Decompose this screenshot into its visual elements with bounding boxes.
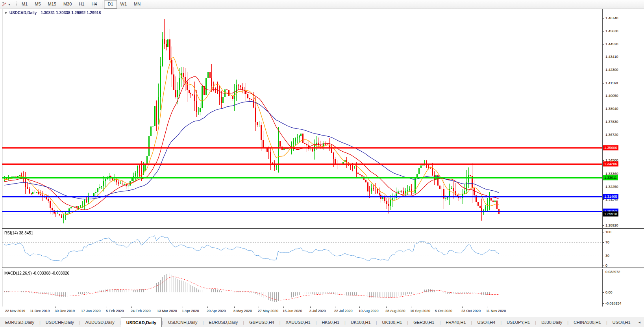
date-label: 22 Jul 2020 — [334, 309, 353, 313]
price-tick — [603, 135, 604, 135]
price-tick — [603, 18, 604, 19]
price-axis[interactable]: 1.467401.456301.445201.434101.423001.411… — [603, 9, 644, 228]
crosshair-line-tool-icon[interactable] — [0, 1, 8, 8]
price-tick — [603, 31, 604, 32]
chart-tab-xauusd-h1[interactable]: XAUUSD,H1 — [281, 317, 316, 327]
price-tick — [603, 83, 604, 84]
price-line-badge: 1.31405 — [603, 194, 618, 199]
price-tick — [603, 174, 604, 174]
chart-tab-usdjpy-h1[interactable]: USDJPY,H1 — [502, 317, 535, 327]
timeframe-button-m5[interactable]: M5 — [31, 0, 44, 9]
date-axis[interactable]: 22 Nov 201911 Dec 201930 Dec 201917 Jan … — [2, 307, 644, 316]
macd-tick-label: 0.032972 — [605, 270, 620, 274]
date-label: 23 Oct 2020 — [461, 309, 481, 313]
chart-tab-audusd-daily[interactable]: AUDUSD,Daily — [80, 317, 120, 327]
date-tick — [462, 307, 463, 308]
date-label: 8 May 2020 — [233, 309, 252, 313]
macd-tick — [603, 292, 604, 293]
timeframe-button-d1[interactable]: D1 — [104, 0, 117, 9]
price-tick-label: 1.45630 — [605, 29, 618, 33]
tab-scroll-left-icon[interactable]: ◄ — [638, 321, 641, 324]
chart-tab-usoil-h4[interactable]: USOil,H4 — [472, 317, 500, 327]
price-tick-label: 1.32250 — [605, 185, 618, 189]
rsi-tick — [603, 256, 604, 256]
timeframe-button-w1[interactable]: W1 — [117, 0, 131, 9]
chart-tab-ger30-h1[interactable]: GER30,H1 — [408, 317, 439, 327]
macd-tick-label: 0.00 — [605, 290, 613, 294]
chart-tab-uk100-h1[interactable]: UK100,H1 — [346, 317, 376, 327]
date-tick — [411, 307, 411, 308]
date-label: 24 Feb 2020 — [131, 309, 151, 313]
timeframe-button-mn[interactable]: MN — [130, 0, 144, 9]
tool-dropdown-caret-icon[interactable]: ▼ — [8, 3, 12, 6]
chart-tab-dj30-daily[interactable]: DJ30,Daily — [536, 317, 567, 327]
date-tick — [107, 307, 107, 308]
price-tick — [603, 225, 604, 226]
date-tick — [31, 307, 31, 308]
chart-title: ▼USDCAD,Daily1.30331 1.30338 1.29892 1.2… — [4, 11, 101, 15]
price-tick — [603, 199, 604, 200]
price-line-badge: 1.29918 — [603, 211, 618, 216]
macd-tick — [603, 303, 604, 304]
chart-tab-usdcnh-daily[interactable]: USDCNH,Daily — [163, 317, 203, 327]
chart-tab-china300-h1[interactable]: CHINA300,H1 — [568, 317, 606, 327]
macd-pane[interactable]: MACD(12,26,9) -0.003368 -0.003026 0.0329… — [2, 269, 644, 307]
chart-tab-eurusd-daily[interactable]: EURUSD,Daily — [204, 317, 243, 327]
price-tick — [603, 70, 604, 70]
ohlc-values: 1.30331 1.30338 1.29892 1.29918 — [41, 11, 101, 15]
date-label: 5 Feb 2020 — [106, 309, 124, 313]
date-label: 27 May 2020 — [258, 309, 278, 313]
chart-tab-bar: EURUSD,Daily|USDCHF,Daily|AUDUSD,Daily|U… — [0, 317, 644, 327]
rsi-tick-label: 70 — [605, 240, 609, 244]
date-label: 22 Nov 2019 — [5, 309, 25, 313]
macd-axis[interactable]: 0.0329720.00-0.018154 — [603, 269, 644, 307]
rsi-canvas[interactable] — [2, 229, 602, 267]
chart-tab-usdcad-daily[interactable]: USDCAD,Daily — [121, 318, 162, 327]
date-label: 30 Dec 2019 — [55, 309, 75, 313]
date-label: 3 Jul 2020 — [309, 309, 326, 313]
timeframe-toolbar: ▼ M1M5M15M30H1H4D1W1MN — [0, 0, 644, 9]
price-chart-canvas[interactable] — [2, 9, 602, 227]
chart-tab-uk100-h1[interactable]: UK100,H1 — [377, 317, 407, 327]
price-tick-label: 1.40050 — [605, 94, 618, 98]
price-tick — [603, 57, 604, 57]
date-label: 20 Apr 2020 — [207, 309, 226, 313]
rsi-tick — [603, 242, 604, 243]
timeframe-buttons: M1M5M15M30H1H4D1W1MN — [18, 0, 144, 9]
macd-canvas[interactable] — [2, 269, 602, 306]
chart-tab-eurusd-daily[interactable]: EURUSD,Daily — [0, 317, 39, 327]
rsi-axis[interactable]: 10070300 — [603, 229, 644, 268]
chart-tab-gbpusd-h4[interactable]: GBPUSD,H4 — [244, 317, 279, 327]
main-chart-pane[interactable]: ▼USDCAD,Daily1.30331 1.30338 1.29892 1.2… — [2, 9, 644, 229]
date-tick — [183, 307, 183, 308]
date-label: 1 Apr 2020 — [182, 309, 199, 313]
date-tick — [131, 307, 132, 308]
price-tick — [603, 44, 604, 45]
chart-tab-usdchf-daily[interactable]: USDCHF,Daily — [41, 317, 79, 327]
chart-objects-caret-icon[interactable]: ▼ — [4, 11, 7, 15]
macd-label: MACD(12,26,9) -0.003368 -0.003026 — [4, 271, 69, 275]
price-tick-label: 1.37830 — [605, 120, 618, 124]
timeframe-button-h1[interactable]: H1 — [75, 0, 88, 9]
mt4-window: ▼ M1M5M15M30H1H4D1W1MN ▼USDCAD,Daily1.30… — [0, 0, 644, 327]
timeframe-button-h4[interactable]: H4 — [88, 0, 100, 9]
rsi-tick-label: 100 — [605, 230, 611, 234]
rsi-pane[interactable]: RSI(14) 38.8451 10070300 — [2, 229, 644, 268]
chart-tab-hk50-h1[interactable]: HK50,H1 — [316, 317, 344, 327]
date-label: 10 Aug 2020 — [359, 309, 379, 313]
chart-tab-fra40-h1[interactable]: FRA40,H1 — [440, 317, 471, 327]
timeframe-button-m30[interactable]: M30 — [60, 0, 75, 9]
symbol-period-label: USDCAD,Daily — [9, 11, 37, 15]
toolbar-divider — [102, 1, 102, 7]
date-tick — [335, 307, 335, 308]
timeframe-button-m1[interactable]: M1 — [18, 0, 31, 9]
rsi-label: RSI(14) 38.8451 — [4, 231, 33, 235]
date-label: 17 Jan 2020 — [81, 309, 101, 313]
chart-tab-usoil-h1[interactable]: USOil,H1 — [607, 317, 636, 327]
timeframe-button-m15[interactable]: M15 — [44, 0, 60, 9]
date-label: 5 Oct 2020 — [435, 309, 452, 313]
tab-scroll-controls: ◄► — [636, 317, 644, 327]
date-label: 16 Sep 2020 — [410, 309, 430, 313]
date-label: 11 Dec 2019 — [30, 309, 50, 313]
macd-tick-label: -0.018154 — [605, 301, 622, 305]
